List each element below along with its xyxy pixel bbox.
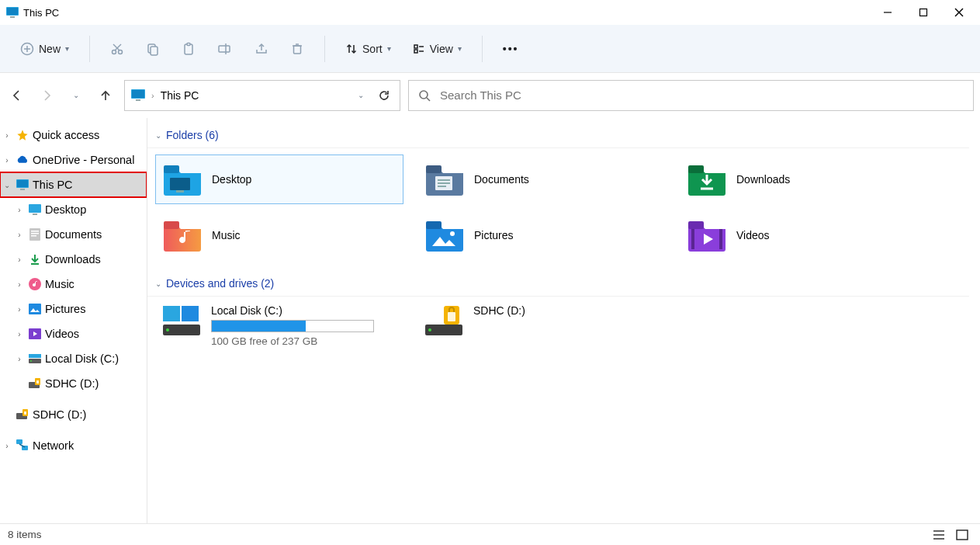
svg-rect-62 <box>438 179 450 181</box>
forward-button[interactable] <box>36 85 57 106</box>
chevron-right-icon[interactable]: › <box>2 131 12 140</box>
close-button[interactable] <box>941 0 977 25</box>
folder-videos[interactable]: Videos <box>680 210 928 260</box>
sidebar-item-sdhc-root[interactable]: SDHC (D:) <box>0 402 147 427</box>
download-icon <box>28 252 42 266</box>
copy-button[interactable] <box>138 35 168 63</box>
svg-rect-59 <box>176 190 184 193</box>
maximize-button[interactable] <box>906 0 941 25</box>
back-button[interactable] <box>6 85 28 106</box>
music-icon <box>28 277 42 291</box>
folder-desktop[interactable]: Desktop <box>155 154 403 204</box>
up-button[interactable] <box>95 85 116 106</box>
sidebar-item-label: Local Disk (C:) <box>45 352 119 365</box>
chevron-right-icon[interactable]: › <box>14 330 25 338</box>
folder-documents[interactable]: Documents <box>417 154 666 204</box>
chevron-down-icon[interactable]: ⌄ <box>2 181 12 189</box>
ellipsis-icon: ••• <box>503 43 519 55</box>
scissors-icon <box>110 42 124 56</box>
sidebar-item-documents[interactable]: › Documents <box>0 222 147 247</box>
chevron-right-icon[interactable]: › <box>14 206 25 214</box>
svg-rect-80 <box>448 312 455 321</box>
chevron-right-icon[interactable]: › <box>2 156 12 165</box>
sidebar-item-music[interactable]: › Music <box>0 272 147 297</box>
svg-rect-65 <box>688 165 704 173</box>
folder-pictures[interactable]: Pictures <box>417 210 666 260</box>
svg-rect-53 <box>24 411 26 415</box>
sort-icon <box>345 43 358 55</box>
recent-button[interactable]: ⌄ <box>65 85 87 106</box>
share-button[interactable] <box>247 35 276 63</box>
sidebar-item-label: Network <box>33 439 74 452</box>
view-button[interactable]: View ▾ <box>405 35 469 63</box>
section-devices[interactable]: ⌄ Devices and drives (2) <box>147 274 969 297</box>
divider <box>324 36 325 62</box>
svg-rect-57 <box>164 165 179 173</box>
sidebar-item-label: Videos <box>45 328 79 340</box>
folder-downloads[interactable]: Downloads <box>680 154 928 204</box>
chevron-down-icon: ⌄ <box>155 279 161 288</box>
chevron-right-icon[interactable]: › <box>14 280 25 289</box>
sidebar-item-downloads[interactable]: › Downloads <box>0 247 147 272</box>
sidebar-item-videos[interactable]: › Videos <box>0 321 147 346</box>
sort-button[interactable]: Sort ▾ <box>338 35 399 63</box>
svg-rect-23 <box>414 45 417 48</box>
search-icon <box>418 89 431 102</box>
chevron-right-icon[interactable]: › <box>14 231 25 239</box>
chevron-right-icon[interactable]: › <box>14 255 25 264</box>
sidebar-item-network[interactable]: › Network <box>0 433 147 458</box>
svg-rect-64 <box>438 186 446 187</box>
videos-folder-icon <box>687 218 727 252</box>
new-button[interactable]: New ▾ <box>12 35 77 63</box>
drive-icon <box>161 304 202 338</box>
sidebar-item-pictures[interactable]: › Pictures <box>0 297 147 321</box>
this-pc-icon <box>16 178 29 192</box>
folder-music[interactable]: Music <box>155 210 403 260</box>
network-icon <box>16 439 29 453</box>
address-dropdown[interactable]: ⌄ <box>353 85 369 106</box>
sidebar-item-desktop[interactable]: › Desktop <box>0 197 147 222</box>
sidebar-item-this-pc[interactable]: ⌄ This PC <box>0 172 147 197</box>
chevron-down-icon: ⌄ <box>73 91 79 99</box>
details-view-button[interactable] <box>929 526 949 543</box>
sidebar-item-onedrive[interactable]: › OneDrive - Personal <box>0 148 147 172</box>
svg-rect-58 <box>170 178 190 190</box>
sidebar-item-label: Quick access <box>33 129 99 141</box>
search-box[interactable] <box>408 80 974 111</box>
this-pc-icon <box>131 89 145 102</box>
clipboard-icon <box>182 42 196 56</box>
svg-point-47 <box>30 360 32 362</box>
search-input[interactable] <box>440 89 964 102</box>
drive-name: SDHC (D:) <box>473 304 660 317</box>
address-bar[interactable]: › This PC ⌄ <box>124 80 400 111</box>
more-button[interactable]: ••• <box>495 35 527 63</box>
address-location[interactable]: This PC <box>161 89 199 102</box>
drive-local-disk[interactable]: Local Disk (C:) 100 GB free of 237 GB <box>155 303 403 359</box>
section-folders[interactable]: ⌄ Folders (6) <box>147 126 969 148</box>
sidebar-item-label: SDHC (D:) <box>33 408 86 421</box>
chevron-down-icon: ▾ <box>65 44 69 53</box>
share-icon <box>255 42 268 56</box>
svg-rect-45 <box>29 354 41 358</box>
chevron-right-icon[interactable]: › <box>14 355 25 363</box>
chevron-right-icon[interactable]: › <box>2 442 12 450</box>
cut-button[interactable] <box>102 35 132 63</box>
sidebar-item-quick-access[interactable]: › Quick access <box>0 123 147 148</box>
svg-rect-18 <box>219 46 230 52</box>
paste-button[interactable] <box>174 35 203 63</box>
divider <box>482 36 483 62</box>
folder-label: Downloads <box>736 173 790 186</box>
large-icons-view-button[interactable] <box>952 526 972 543</box>
chevron-right-icon[interactable]: › <box>14 305 25 314</box>
rename-button[interactable] <box>210 35 241 63</box>
sidebar-item-local-disk[interactable]: › Local Disk (C:) <box>0 346 147 371</box>
sidebar-item-sdhc[interactable]: SDHC (D:) <box>0 371 147 396</box>
minimize-button[interactable] <box>870 0 906 25</box>
refresh-button[interactable] <box>375 85 393 106</box>
chevron-down-icon: ⌄ <box>155 131 161 140</box>
folder-label: Pictures <box>474 229 514 241</box>
svg-point-30 <box>420 91 428 99</box>
drive-sdhc[interactable]: SDHC (D:) <box>417 303 666 359</box>
delete-button[interactable] <box>282 35 312 63</box>
svg-rect-73 <box>163 306 180 321</box>
